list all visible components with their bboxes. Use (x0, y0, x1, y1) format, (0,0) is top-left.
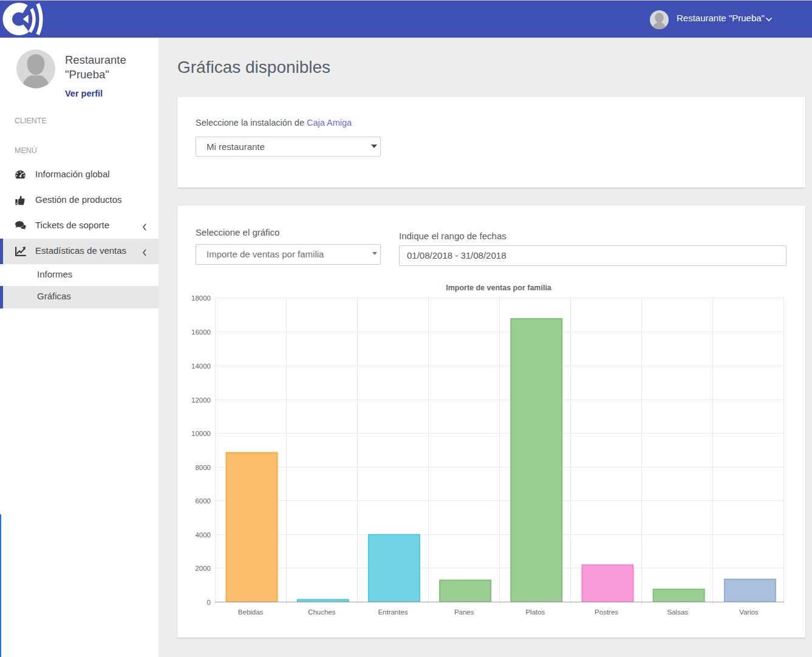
svg-text:Salsas: Salsas (667, 608, 689, 616)
svg-text:4000: 4000 (195, 531, 211, 539)
svg-text:18000: 18000 (191, 294, 211, 302)
svg-text:6000: 6000 (195, 497, 211, 505)
svg-text:Entrantes: Entrantes (378, 608, 408, 616)
svg-text:12000: 12000 (191, 397, 211, 404)
svg-text:Chuches: Chuches (308, 608, 336, 616)
svg-text:16000: 16000 (191, 328, 211, 336)
svg-text:8000: 8000 (195, 464, 211, 471)
svg-text:Importe de ventas por familia: Importe de ventas por familia (446, 284, 552, 292)
svg-text:14000: 14000 (191, 363, 211, 370)
svg-text:0: 0 (207, 599, 211, 606)
svg-text:2000: 2000 (195, 565, 211, 572)
svg-text:Postres: Postres (595, 608, 618, 616)
svg-text:Platos: Platos (525, 608, 545, 616)
svg-text:Varios: Varios (739, 608, 759, 616)
svg-text:Panes: Panes (454, 608, 474, 616)
svg-text:10000: 10000 (191, 430, 211, 437)
svg-text:Bebidas: Bebidas (238, 608, 264, 616)
